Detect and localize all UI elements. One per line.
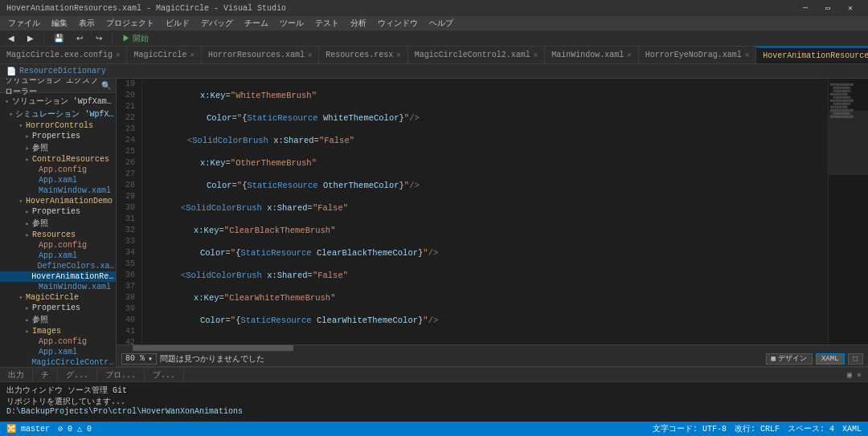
sidebar-item-hoveranimation[interactable]: ▾ HoverAnimationDemo bbox=[0, 196, 116, 206]
tab-close-1[interactable]: ✕ bbox=[190, 51, 194, 59]
sidebar-item-horrorcontrols[interactable]: ▾ HorrorControls bbox=[0, 120, 116, 131]
search-icon[interactable]: 🔍 bbox=[101, 81, 111, 91]
folder-label: Images bbox=[32, 327, 61, 336]
xaml-view-button[interactable]: XAML bbox=[816, 353, 845, 365]
tab-close-4[interactable]: ✕ bbox=[534, 51, 538, 59]
tab-2[interactable]: HorrorResources.xaml ✕ bbox=[202, 47, 319, 63]
tab-close-5[interactable]: ✕ bbox=[627, 51, 631, 59]
toolbar-forward[interactable]: ▶ bbox=[24, 33, 37, 43]
bottom-tab-team[interactable]: チ bbox=[33, 368, 58, 381]
sidebar-item-properties3[interactable]: ▸ Properties bbox=[0, 303, 116, 313]
right-panel-icon[interactable]: ▣ bbox=[847, 370, 852, 380]
close-panel-icon[interactable]: ✕ bbox=[857, 370, 862, 380]
code-line-23: Color="{StaticResource OtherThemeColor}"… bbox=[149, 180, 821, 191]
sidebar-item-appconfig1[interactable]: App.config bbox=[0, 165, 116, 175]
sidebar-item-properties1[interactable]: ▸ Properties bbox=[0, 131, 116, 141]
folder-label: MagicCircle bbox=[26, 293, 79, 302]
sidebar-item-resources2[interactable]: ▸ Resources bbox=[0, 230, 116, 240]
bottom-tab-output[interactable]: 出力 bbox=[0, 368, 33, 381]
sidebar-item-ref2[interactable]: ▸ 参照 bbox=[0, 217, 116, 230]
sidebar-item-mainwindow2[interactable]: MainWindow.xaml bbox=[0, 282, 116, 292]
menu-team[interactable]: チーム bbox=[240, 18, 273, 29]
sidebar-item-ref1[interactable]: ▸ 参照 bbox=[0, 141, 116, 154]
toolbar-back[interactable]: ◀ bbox=[5, 33, 18, 43]
split-view-button[interactable]: ⬚ bbox=[848, 353, 863, 365]
ln-37: 37 bbox=[120, 281, 135, 292]
tab-close-3[interactable]: ✕ bbox=[396, 51, 400, 59]
menu-tools[interactable]: ツール bbox=[275, 18, 309, 29]
toolbar-sep1 bbox=[43, 33, 44, 44]
tab-close-6[interactable]: ✕ bbox=[745, 51, 749, 59]
bottom-tab-p[interactable]: プ... bbox=[145, 368, 184, 381]
tab-label-6: HorrorEyeNoDrag.xaml bbox=[645, 51, 742, 59]
sidebar-item-images[interactable]: ▸ Images bbox=[0, 326, 116, 336]
sidebar-item-definecolors[interactable]: DefineColors.xaml bbox=[0, 261, 116, 271]
ln-31: 31 bbox=[120, 214, 135, 225]
sidebar-item-project[interactable]: ▾ シミュレーション 'WpfXamlAnimations' bbox=[0, 108, 116, 120]
zoom-down-icon[interactable]: ▾ bbox=[148, 354, 153, 364]
tab-6[interactable]: HorrorEyeNoDrag.xaml ✕ bbox=[639, 47, 756, 63]
toolbar-redo[interactable]: ↪ bbox=[92, 33, 105, 43]
tab-4[interactable]: MagicCircleControl2.xaml ✕ bbox=[408, 47, 545, 63]
status-right: 文字コード: UTF-8 改行: CRLF スペース: 4 XAML bbox=[653, 423, 862, 434]
menu-debug[interactable]: デバッグ bbox=[196, 18, 238, 29]
menu-test[interactable]: テスト bbox=[310, 18, 344, 29]
sidebar-item-appconfig2[interactable]: App.config bbox=[0, 240, 116, 251]
ln-41: 41 bbox=[120, 326, 135, 337]
ln-22: 22 bbox=[120, 112, 135, 124]
sidebar-item-ref3[interactable]: ▸ 参照 bbox=[0, 313, 116, 326]
tab-7[interactable]: HoverAnimationResources.x... ✕ bbox=[756, 47, 868, 63]
toolbar-undo[interactable]: ↩ bbox=[73, 33, 86, 43]
breadcrumb-text: ResourceDictionary bbox=[19, 67, 106, 75]
status-message: 問題は見つかりませんでした bbox=[160, 353, 264, 365]
sidebar-item-controlresources[interactable]: ▸ ControlResources bbox=[0, 154, 116, 165]
horizontal-scrollbar[interactable] bbox=[117, 344, 868, 351]
sidebar-item-properties2[interactable]: ▸ Properties bbox=[0, 206, 116, 217]
sidebar-item-mainwindow1[interactable]: MainWindow.xaml bbox=[0, 185, 116, 196]
menu-project[interactable]: プロジェクト bbox=[101, 18, 159, 29]
sidebar-item-appxaml2[interactable]: App.xaml bbox=[0, 251, 116, 261]
sidebar-item-appxaml3[interactable]: App.xaml bbox=[0, 347, 116, 357]
bottom-tab-graph[interactable]: グ... bbox=[58, 368, 97, 381]
bottom-tab-prop[interactable]: プロ... bbox=[97, 368, 145, 381]
tab-close-0[interactable]: ✕ bbox=[116, 51, 120, 59]
sidebar-item-magiccontrol[interactable]: MagicCircleControl.xaml bbox=[0, 357, 116, 367]
sidebar-item-appxaml1[interactable]: App.xaml bbox=[0, 175, 116, 185]
minimize-button[interactable]: ─ bbox=[794, 1, 817, 15]
tab-0[interactable]: MagicCircle.exe.config ✕ bbox=[0, 47, 127, 63]
cursor-position: 文字コード: UTF-8 bbox=[653, 423, 727, 434]
code-editor[interactable]: 19 20 21 22 23 24 25 26 27 28 29 30 31 3… bbox=[117, 79, 868, 344]
design-view-button[interactable]: ▦ デザイン bbox=[766, 353, 813, 365]
code-content[interactable]: x:Key="WhiteThemeBrush" Color="{StaticRe… bbox=[142, 79, 828, 344]
window-controls: ─ ▭ ✕ bbox=[794, 1, 862, 15]
menu-build[interactable]: ビルド bbox=[161, 18, 194, 29]
menu-edit[interactable]: 編集 bbox=[47, 18, 72, 29]
sidebar-item-solution[interactable]: ▾ ソリューション 'WpfXamlAnimations' bbox=[0, 95, 116, 108]
sidebar-item-appconfig3[interactable]: App.config bbox=[0, 336, 116, 347]
folder-label: ControlResources bbox=[32, 155, 109, 164]
menu-view[interactable]: 表示 bbox=[74, 18, 100, 29]
menu-help[interactable]: ヘルプ bbox=[424, 18, 458, 29]
file-label: HoverAnimationResources bbox=[31, 272, 116, 281]
tab-close-2[interactable]: ✕ bbox=[308, 51, 312, 59]
sidebar-item-magiccircle[interactable]: ▾ MagicCircle bbox=[0, 292, 116, 303]
tab-1[interactable]: MagicCircle ✕ bbox=[127, 47, 201, 63]
toolbar-start[interactable]: ▶ 開始 bbox=[119, 32, 152, 45]
breadcrumb: 📄 ResourceDictionary bbox=[0, 64, 868, 79]
folder-label: 参照 bbox=[32, 218, 48, 229]
line-numbers: 19 20 21 22 23 24 25 26 27 28 29 30 31 3… bbox=[117, 79, 142, 344]
ln-24: 24 bbox=[120, 135, 135, 146]
menu-analyze[interactable]: 分析 bbox=[346, 18, 371, 29]
maximize-button[interactable]: ▭ bbox=[817, 1, 839, 15]
tab-5[interactable]: MainWindow.xaml ✕ bbox=[545, 47, 638, 63]
sidebar-item-hoverresources[interactable]: HoverAnimationResources bbox=[0, 271, 116, 282]
expand-icon: ▸ bbox=[23, 145, 32, 152]
menu-file[interactable]: ファイル bbox=[3, 18, 45, 29]
zoom-control[interactable]: 80 % ▾ bbox=[121, 353, 157, 365]
expand-icon: ▸ bbox=[23, 132, 32, 140]
menu-window[interactable]: ウィンドウ bbox=[373, 18, 423, 29]
tab-3[interactable]: Resources.resx ✕ bbox=[319, 47, 407, 63]
close-button[interactable]: ✕ bbox=[839, 1, 862, 15]
toolbar-save[interactable]: 💾 bbox=[51, 33, 67, 43]
scrollbar-thumb[interactable] bbox=[133, 345, 293, 351]
